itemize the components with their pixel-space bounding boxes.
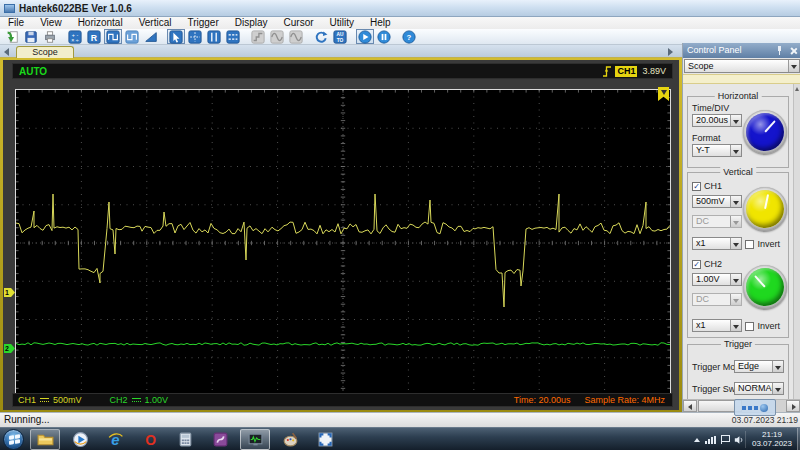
help-button[interactable] [400,29,418,44]
ch2-position-knob[interactable] [743,265,787,309]
action-center-flag-icon[interactable] [721,435,729,444]
scroll-up-icon[interactable] [795,87,799,91]
network-icon[interactable] [705,436,716,444]
trigger-channel-badge: CH1 [615,66,637,77]
horizontal-position-knob[interactable] [743,110,787,154]
taskbar-explorer[interactable] [30,429,60,450]
menu-item-trigger[interactable]: Trigger [179,17,226,29]
ch1-enable-row[interactable]: ✓ CH1 [692,181,722,191]
taskbar-internet-explorer[interactable] [100,429,130,450]
volume-icon[interactable] [734,435,744,445]
ch2-enable-row[interactable]: ✓ CH2 [692,259,722,269]
waveform-plot [15,89,671,397]
ch1-probe-select[interactable]: x1 [692,237,742,250]
reference-wave-button[interactable] [85,29,103,44]
calc-icon [177,431,194,448]
scroll-right-button[interactable] [786,400,800,412]
refresh-button[interactable] [312,29,330,44]
pulse-wave-button[interactable] [104,29,122,44]
chevron-down-icon [772,361,783,372]
menu-item-help[interactable]: Help [362,17,399,29]
sample-rate-status: Sample Rate: 4MHz [584,395,667,405]
panel-mode-select[interactable]: Scope [684,59,800,73]
cross-cursor-button[interactable] [186,29,204,44]
ch1-ground-marker[interactable]: 1 [4,288,15,297]
ch2-probe-select[interactable]: x1 [692,319,742,332]
tab-scroll-left-icon[interactable] [4,48,9,56]
pause-button[interactable] [375,29,393,44]
run-button[interactable] [356,29,374,44]
ch1-invert-checkbox[interactable] [745,240,754,249]
menu-item-file[interactable]: File [0,17,32,29]
application-window: Hantek6022BE Ver 1.0.6 FileViewHorizonta… [0,0,800,450]
menu-item-vertical[interactable]: Vertical [131,17,180,29]
pulse-wave-alt-button[interactable] [123,29,141,44]
ch2-invert-checkbox[interactable] [745,322,754,331]
ch2-status: CH2 1.00V [110,395,169,405]
scroll-left-button[interactable] [683,400,697,412]
redo-icon [314,30,328,44]
ramp-wave-button[interactable] [142,29,160,44]
save-button[interactable] [22,29,40,44]
ch2-invert-label: Invert [757,321,780,331]
control-panel-body: Horizontal Time/DIV 20.00us Format Y-T [683,84,800,399]
taskbar-opera[interactable] [135,429,165,450]
taskbar-oscilloscope[interactable] [240,429,270,450]
pointer-cursor-button[interactable] [167,29,185,44]
ch2-probe-value: x1 [696,320,706,330]
menu-item-horizontal[interactable]: Horizontal [70,17,131,29]
trigger-mode-select[interactable]: Edge [734,360,784,373]
chevron-down-icon [730,216,741,227]
ch1-volts-select[interactable]: 500mV [692,195,742,208]
ch1-invert-label: Invert [757,239,780,249]
math-button[interactable] [66,29,84,44]
ch1-probe-value: x1 [696,238,706,248]
horizontal-cursor-button[interactable] [224,29,242,44]
main-toolbar [0,29,800,45]
menu-item-cursor[interactable]: Cursor [276,17,322,29]
taskbar-paint[interactable] [275,429,305,450]
format-select[interactable]: Y-T [692,144,742,157]
open-button[interactable] [3,29,21,44]
tab-scroll-right-icon[interactable] [668,48,673,56]
hidden-icons-arrow-icon[interactable] [694,438,700,442]
timebase-status: Time: 20.00us [514,395,571,405]
ch1-invert-row[interactable]: Invert [745,239,780,249]
start-button[interactable] [3,429,24,450]
ch2-ground-marker[interactable]: 2 [4,344,15,353]
menu-item-display[interactable]: Display [227,17,276,29]
trigger-level-value: 3.89V [642,66,666,76]
chevron-down-icon [730,196,741,207]
menu-item-view[interactable]: View [32,17,70,29]
trigger-group-label: Trigger [721,339,755,349]
taskbar-calculator[interactable] [170,429,200,450]
ch1-volts-value: 500mV [696,196,725,206]
trigger-sweep-select[interactable]: NORMAL [734,382,784,395]
folder-icon [37,431,54,448]
autoset-button[interactable] [331,29,349,44]
menu-bar: FileViewHorizontalVerticalTriggerDisplay… [0,17,800,29]
tray-clock[interactable]: 21:19 03.07.2023 [748,430,796,448]
print-button[interactable] [41,29,59,44]
time-div-select[interactable]: 20.00us [692,114,742,127]
ch1-checkbox[interactable]: ✓ [692,182,701,191]
ch2-invert-row[interactable]: Invert [745,321,780,331]
taskbar-media-player[interactable] [65,429,95,450]
panel-vertical-scrollbar[interactable] [793,84,800,399]
save-icon [24,30,38,44]
mini-overlay-popup[interactable] [734,399,776,416]
popup-glyph [748,406,752,410]
print-icon [43,30,57,44]
pin-icon[interactable] [775,46,784,55]
menu-item-utility[interactable]: Utility [322,17,362,29]
vertical-cursor-button[interactable] [205,29,223,44]
close-icon[interactable] [788,46,798,56]
ch1-label: CH1 [704,181,722,191]
ch2-volts-select[interactable]: 1.00V [692,273,742,286]
windows-logo-icon [9,434,20,446]
ch1-position-knob[interactable] [743,187,787,231]
ch2-checkbox[interactable]: ✓ [692,260,701,269]
taskbar-capture-tool[interactable] [310,429,340,450]
tab-scope[interactable]: Scope [16,46,74,58]
taskbar-app-purple[interactable] [205,429,235,450]
